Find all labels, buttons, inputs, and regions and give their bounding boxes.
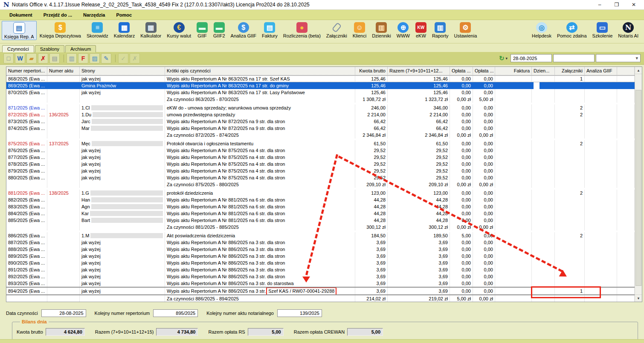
table-row[interactable]: 869/2025 (Ewa ...Gmina PrażmówWypis aktu… bbox=[6, 82, 635, 89]
table-row[interactable]: 872/2025 (Ewa ...136/20251.Duumowa przed… bbox=[6, 111, 635, 118]
table-row[interactable]: 891/2025 (Ewa ...jak wyżejWypis aktu Rep… bbox=[6, 266, 635, 273]
table-row[interactable]: 890/2025 (Ewa ...jak wyżejWypis aktu Rep… bbox=[6, 259, 635, 266]
faktury-button[interactable]: ▤Faktury bbox=[259, 21, 280, 40]
ksiega-rep-a-button[interactable]: ▤Księga Rep. A bbox=[2, 21, 37, 40]
column-header-faktura[interactable]: Faktura bbox=[495, 67, 532, 75]
skorowidz-button[interactable]: ≡Skorowidz bbox=[84, 21, 111, 40]
table-row[interactable]: 870/2025 (Ewa ...jak wyżejWypis aktu Rep… bbox=[6, 89, 635, 96]
ekw-button[interactable]: KWeKW bbox=[413, 21, 429, 40]
f-format-icon[interactable]: F bbox=[78, 53, 88, 63]
vertical-scrollbar[interactable]: ▲ ▼ bbox=[635, 67, 642, 302]
refresh-dropdown-caret[interactable]: ▾ bbox=[505, 56, 508, 61]
table-row[interactable]: 885/2025 (Ewa ...BartWypis aktu Repertor… bbox=[6, 217, 635, 224]
summary-row[interactable]: Za czynności 863/2025 - 870/20251 308,72… bbox=[6, 96, 635, 103]
menu-item-narzędzia[interactable]: Narzędzia bbox=[78, 11, 111, 19]
column-header-giif[interactable]: Analiza GIIF bbox=[585, 67, 617, 75]
zalaczniki-button[interactable]: Załączniki bbox=[324, 21, 350, 40]
tab-czynności[interactable]: Czynności bbox=[2, 45, 34, 52]
table-row[interactable]: 886/2025 (Ewa ...1.MAkt poswiadczenia dz… bbox=[6, 232, 635, 239]
table-row[interactable]: 878/2025 (Ewa ...jak wyżejWypis aktu Rep… bbox=[6, 161, 635, 167]
kolejny-numer-repertorium-input[interactable]: 895/2025 bbox=[153, 309, 198, 317]
column-header-dzien[interactable]: Dzien... bbox=[532, 67, 555, 75]
delete-icon[interactable]: ✗ bbox=[38, 53, 48, 63]
raporty-button[interactable]: ▥Raporty bbox=[429, 21, 451, 40]
kursy-walut-button[interactable]: €Kursy walut bbox=[164, 21, 194, 40]
table-row[interactable]: 871/2025 (Ewa ...1.CleKW do - umowa sprz… bbox=[6, 104, 635, 111]
column-header-strony[interactable]: Strony bbox=[80, 67, 165, 75]
table-row[interactable]: 884/2025 (Ewa ...KarWypis aktu Repertori… bbox=[6, 210, 635, 217]
column-header-kwota[interactable]: Kwota brutto bbox=[355, 67, 388, 75]
table-row[interactable]: 874/2025 (Ewa ...MarWypis aktu Repertori… bbox=[6, 125, 635, 132]
summary-row[interactable]: Za czynności 881/2025 - 885/2025300,12 z… bbox=[6, 224, 635, 231]
tab-archiwum[interactable]: Archiwum bbox=[65, 45, 96, 52]
new-doc-icon[interactable]: □ bbox=[3, 53, 14, 63]
reject-icon[interactable]: ✗ bbox=[130, 53, 140, 63]
edit-icon[interactable]: ✎ bbox=[101, 53, 111, 63]
table-row[interactable]: 888/2025 (Ewa ...jak wyżejWypis aktu Rep… bbox=[6, 246, 635, 253]
www-button[interactable]: ⊕WWW bbox=[394, 21, 412, 40]
print-icon[interactable]: ▤ bbox=[49, 53, 60, 63]
column-header-zal[interactable]: Załączniki bbox=[555, 67, 585, 75]
analiza-giif-button[interactable]: $Analiza GIIF bbox=[228, 21, 259, 40]
table-row[interactable]: 877/2025 (Ewa ...jak wyżejWypis aktu Rep… bbox=[6, 154, 635, 161]
dzienniki-button[interactable]: ▥Dzienniki bbox=[369, 21, 394, 40]
pomoc-zdalna-button[interactable]: ⇄Pomoc zdalna bbox=[554, 21, 589, 39]
menu-item-przejdź-do[interactable]: Przejdź do ... bbox=[38, 11, 78, 19]
table-row[interactable]: 868/2025 (Ewa ...jak wyżejWypis aktu Rep… bbox=[6, 75, 635, 82]
table-row[interactable]: 873/2025 (Ewa ...JarcWypis aktu Repertor… bbox=[6, 118, 635, 125]
summary-row[interactable]: Za czynności 886/2025 - 894/2025214,02 z… bbox=[6, 295, 635, 302]
image-icon[interactable]: ▨ bbox=[90, 53, 100, 63]
menu-item-dokument[interactable]: Dokument bbox=[4, 11, 38, 19]
filter-dropdown[interactable]: ▾ bbox=[596, 54, 641, 62]
copy-icon[interactable]: ▥ bbox=[67, 53, 77, 63]
table-row[interactable]: 880/2025 (Ewa ...jak wyżejWypis aktu Rep… bbox=[6, 174, 635, 181]
tab-szablony[interactable]: Szablony bbox=[35, 45, 64, 52]
table-row[interactable]: 876/2025 (Ewa ...jak wyżejWypis aktu Rep… bbox=[6, 147, 635, 154]
kolejny-numer-aktu-input[interactable]: 139/2025 bbox=[277, 309, 322, 317]
filter-input-empty[interactable] bbox=[553, 54, 595, 62]
helpdesk-button[interactable]: ◎Helpdesk bbox=[529, 21, 554, 39]
scroll-up-button[interactable]: ▲ bbox=[635, 67, 642, 74]
rozliczenia-button[interactable]: ●Rozliczenia (beta) bbox=[281, 21, 323, 40]
table-row[interactable]: 894/2025 (Ewa ...jak wyżejWypis aktu Rep… bbox=[6, 287, 635, 295]
menu-item-pomoc[interactable]: Pomoc bbox=[111, 11, 138, 19]
table-row[interactable]: 881/2025 (Ewa ...138/20251.Gprotokół dzi… bbox=[6, 190, 635, 196]
kalendarz-button[interactable]: ▦Kalendarz bbox=[111, 21, 138, 40]
table-row[interactable]: 892/2025 (Ewa ...jak wyżejWypis aktu Rep… bbox=[6, 273, 635, 280]
table-row[interactable]: 875/2025 (Ewa ...137/2025MęcProtokół otw… bbox=[6, 140, 635, 147]
column-header-rep[interactable]: Numer repertori... bbox=[6, 67, 47, 75]
table-row[interactable]: 883/2025 (Ewa ...AgnWypis aktu Repertori… bbox=[6, 203, 635, 210]
szkolenie-button[interactable]: ▭Szkolenie bbox=[590, 21, 615, 39]
scrollbar-thumb[interactable] bbox=[635, 90, 641, 286]
close-button[interactable]: ✕ bbox=[625, 2, 642, 8]
giif-button[interactable]: ▬GIIF bbox=[194, 21, 210, 40]
klienci-button[interactable]: ☺Klienci bbox=[350, 21, 369, 40]
open-folder-icon[interactable]: ▰ bbox=[26, 53, 37, 63]
table-row[interactable]: 887/2025 (Ewa ...jak wyżejWypis aktu Rep… bbox=[6, 239, 635, 246]
column-header-fill[interactable] bbox=[617, 67, 635, 75]
scroll-down-button[interactable]: ▼ bbox=[635, 294, 642, 302]
word-icon[interactable]: W bbox=[15, 53, 25, 63]
summary-row[interactable]: Za czynności 875/2025 - 880/2025209,10 z… bbox=[6, 181, 635, 188]
table-row[interactable]: 879/2025 (Ewa ...jak wyżejWypis aktu Rep… bbox=[6, 167, 635, 174]
column-header-akt[interactable]: Numer aktu bbox=[47, 67, 80, 75]
restore-button[interactable]: ❐ bbox=[608, 2, 625, 8]
summary-row[interactable]: Za czynności 872/2025 - 874/20252 346,84… bbox=[6, 132, 635, 138]
table-row[interactable]: 889/2025 (Ewa ...jak wyżejWypis aktu Rep… bbox=[6, 253, 635, 259]
column-header-razem[interactable]: Razem (7+9+10+11+12... bbox=[388, 67, 450, 75]
data-czynnosci-input[interactable]: 28-08-2025 bbox=[41, 309, 86, 317]
notaris-ai-button[interactable]: NNotaris AI bbox=[615, 21, 641, 39]
column-header-opl1[interactable]: Opłata ... bbox=[450, 67, 473, 75]
table-row[interactable]: 882/2025 (Ewa ...HanWypis aktu Repertori… bbox=[6, 196, 635, 203]
column-header-opl2[interactable]: Opłata ... bbox=[473, 67, 495, 75]
kalkulator-button[interactable]: ▦Kalkulator bbox=[138, 21, 164, 40]
refresh-icon[interactable]: ↻ bbox=[499, 55, 505, 62]
ksiega-depozytowa-button[interactable]: $Księga Depozytowa bbox=[37, 21, 84, 40]
date-filter-input[interactable]: 28-08-2025 bbox=[511, 54, 552, 62]
column-header-opis[interactable]: Krótki opis czynności bbox=[165, 67, 355, 75]
giif2-button[interactable]: ▬GIIF2 bbox=[211, 21, 228, 40]
table-row[interactable]: 893/2025 (Ewa ...jak wyżejWypis aktu Rep… bbox=[6, 280, 635, 287]
approve-icon[interactable]: ✓ bbox=[118, 53, 128, 63]
minimize-button[interactable]: – bbox=[591, 2, 608, 8]
ustawienia-button[interactable]: ⚙Ustawienia bbox=[451, 21, 479, 40]
